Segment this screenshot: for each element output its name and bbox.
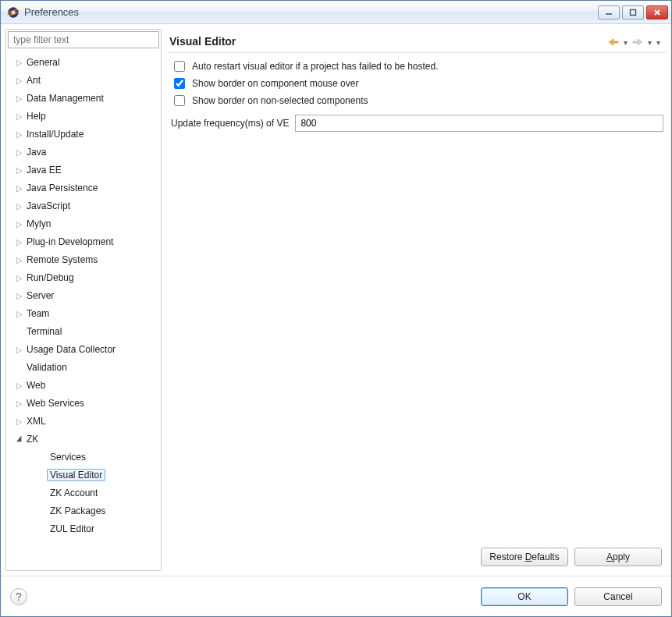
chevron-right-icon[interactable]: ▷	[14, 165, 23, 175]
tree-item-terminal[interactable]: ▷Terminal	[6, 322, 161, 340]
chevron-right-icon[interactable]: ▷	[14, 399, 23, 408]
tree-item-visual-editor[interactable]: ▷Visual Editor	[6, 466, 161, 484]
chevron-right-icon[interactable]: ▷	[14, 309, 23, 318]
tree-item-label: Validation	[23, 361, 70, 374]
border-nonsel-checkbox[interactable]	[174, 95, 185, 106]
tree-item-plug-in-development[interactable]: ▷Plug-in Development	[6, 232, 161, 250]
tree-item-java-ee[interactable]: ▷Java EE	[6, 161, 161, 179]
back-button[interactable]	[606, 37, 620, 47]
chevron-right-icon[interactable]: ▷	[14, 255, 23, 264]
chevron-right-icon[interactable]: ▷	[14, 381, 23, 390]
tree-item-label: Plug-in Development	[23, 236, 116, 248]
back-menu-button[interactable]: ▾	[622, 37, 629, 48]
chevron-right-icon[interactable]: ▷	[14, 219, 23, 229]
chevron-down-icon[interactable]: ◢	[14, 434, 23, 443]
chevron-right-icon[interactable]: ▷	[14, 345, 23, 354]
tree-item-zk-packages[interactable]: ▷ZK Packages	[6, 502, 161, 519]
tree-item-label: Help	[23, 110, 49, 122]
tree-item-label: ZK Account	[47, 487, 101, 499]
chevron-right-icon[interactable]: ▷	[14, 417, 23, 426]
auto-restart-checkbox[interactable]	[174, 61, 185, 72]
maximize-button[interactable]	[622, 5, 644, 20]
ok-button[interactable]: OK	[481, 587, 568, 606]
border-nonsel-label: Show border on non-selected components	[192, 95, 368, 106]
tree-item-label: Team	[23, 307, 52, 320]
tree-item-mylyn[interactable]: ▷Mylyn	[6, 215, 161, 232]
tree-item-label: Web	[23, 379, 48, 392]
tree-item-data-management[interactable]: ▷Data Management	[6, 89, 161, 107]
chevron-right-icon[interactable]: ▷	[14, 291, 23, 300]
tree-item-general[interactable]: ▷General	[6, 53, 161, 71]
cancel-button[interactable]: Cancel	[574, 587, 662, 606]
tree-item-zul-editor[interactable]: ▷ZUL Editor	[6, 519, 161, 537]
minimize-button[interactable]	[598, 5, 620, 20]
chevron-right-icon[interactable]: ▷	[14, 129, 23, 139]
tree-item-label: Install/Update	[23, 128, 87, 140]
dialog-buttons: OK Cancel	[481, 587, 662, 606]
auto-restart-row[interactable]: Auto restart visual editor if a project …	[171, 58, 663, 75]
tree-item-help[interactable]: ▷Help	[6, 107, 161, 125]
tree-item-label: XML	[23, 415, 49, 427]
border-nonsel-row[interactable]: Show border on non-selected components	[171, 92, 663, 109]
tree-item-usage-data-collector[interactable]: ▷Usage Data Collector	[6, 340, 161, 358]
tree-item-install-update[interactable]: ▷Install/Update	[6, 125, 161, 143]
preferences-tree[interactable]: ▷General▷Ant▷Data Management▷Help▷Instal…	[6, 50, 161, 570]
tree-item-java-persistence[interactable]: ▷Java Persistence	[6, 179, 161, 197]
apply-button[interactable]: Apply	[574, 548, 662, 566]
titlebar[interactable]: Preferences	[1, 1, 671, 24]
tree-item-label: JavaScript	[23, 200, 73, 212]
chevron-right-icon[interactable]: ▷	[14, 58, 23, 67]
update-frequency-label: Update frequency(ms) of VE	[171, 118, 289, 129]
help-button[interactable]: ?	[10, 588, 27, 605]
forward-button[interactable]	[631, 37, 645, 47]
tree-item-validation[interactable]: ▷Validation	[6, 358, 161, 376]
restore-defaults-button[interactable]: Restore Defaults	[481, 548, 568, 566]
update-frequency-row: Update frequency(ms) of VE	[171, 112, 663, 134]
chevron-right-icon[interactable]: ▷	[14, 273, 23, 282]
forward-menu-button[interactable]: ▾	[646, 37, 653, 48]
svg-rect-4	[631, 9, 636, 15]
tree-item-server[interactable]: ▷Server	[6, 286, 161, 304]
chevron-right-icon[interactable]: ▷	[14, 183, 23, 193]
tree-item-zk-account[interactable]: ▷ZK Account	[6, 484, 161, 502]
tree-item-label: Run/Debug	[23, 271, 77, 284]
tree-item-xml[interactable]: ▷XML	[6, 412, 161, 430]
border-hover-checkbox[interactable]	[174, 78, 185, 89]
tree-item-team[interactable]: ▷Team	[6, 304, 161, 322]
tree-item-label: Mylyn	[23, 218, 54, 230]
tree-item-label: ZUL Editor	[47, 523, 98, 535]
tree-item-ant[interactable]: ▷Ant	[6, 71, 161, 89]
close-button[interactable]	[646, 5, 668, 20]
chevron-right-icon[interactable]: ▷	[14, 94, 23, 103]
tree-item-run-debug[interactable]: ▷Run/Debug	[6, 268, 161, 286]
tree-item-javascript[interactable]: ▷JavaScript	[6, 197, 161, 215]
chevron-right-icon[interactable]: ▷	[14, 76, 23, 85]
tree-item-label: Java	[23, 146, 49, 158]
tree-item-label: Server	[23, 289, 57, 302]
tree-item-label: Data Management	[23, 92, 107, 105]
tree-item-java[interactable]: ▷Java	[6, 143, 161, 161]
page-title: Visual Editor	[169, 35, 606, 48]
page-menu-button[interactable]: ▾	[655, 37, 662, 48]
tree-item-services[interactable]: ▷Services	[6, 448, 161, 466]
tree-item-label: Visual Editor	[47, 469, 105, 481]
chevron-right-icon[interactable]: ▷	[14, 147, 23, 157]
chevron-right-icon[interactable]: ▷	[14, 112, 23, 121]
tree-item-label: Usage Data Collector	[23, 343, 119, 356]
tree-item-zk[interactable]: ◢ZK	[6, 430, 161, 448]
chevron-right-icon[interactable]: ▷	[14, 237, 23, 246]
help-icon: ?	[16, 590, 22, 603]
update-frequency-input[interactable]	[295, 115, 663, 132]
tree-item-label: Java EE	[23, 164, 65, 176]
dialog-body: ▷General▷Ant▷Data Management▷Help▷Instal…	[1, 24, 671, 576]
filter-input[interactable]	[8, 31, 159, 48]
tree-item-remote-systems[interactable]: ▷Remote Systems	[6, 250, 161, 268]
page-container: Visual Editor ▾ ▾ ▾ Auto restart visual …	[162, 29, 667, 571]
tree-item-label: Services	[47, 451, 89, 463]
chevron-right-icon[interactable]: ▷	[14, 201, 23, 211]
border-hover-row[interactable]: Show border on component mouse over	[171, 75, 663, 92]
dialog-footer: ? OK Cancel	[1, 576, 671, 616]
tree-item-web-services[interactable]: ▷Web Services	[6, 394, 161, 412]
tree-item-web[interactable]: ▷Web	[6, 376, 161, 394]
page-buttons: Restore Defaults Apply	[168, 543, 667, 571]
